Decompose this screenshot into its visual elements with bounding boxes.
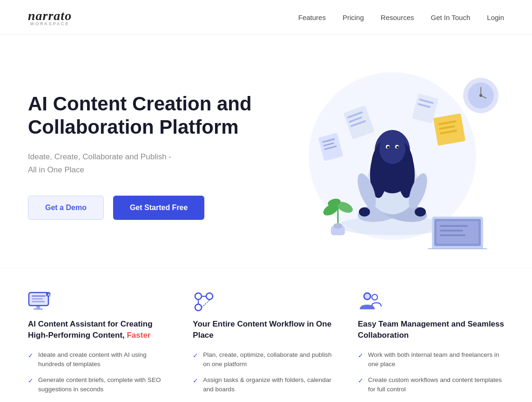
svg-point-41 — [333, 223, 343, 229]
svg-rect-13 — [433, 113, 466, 146]
check-icon: ✓ — [28, 376, 34, 386]
svg-point-66 — [195, 293, 202, 300]
svg-rect-48 — [437, 221, 478, 244]
svg-point-68 — [195, 304, 202, 311]
svg-point-34 — [387, 146, 390, 149]
svg-point-17 — [337, 217, 448, 235]
svg-point-31 — [379, 134, 405, 164]
nav-pricing[interactable]: Pricing — [343, 14, 364, 21]
nav-contact[interactable]: Get In Touch — [431, 14, 471, 21]
svg-rect-61 — [32, 301, 45, 302]
feature-team: Easy Team Management and Seamless Collab… — [358, 292, 504, 402]
hero-left: AI Content Creation and Collaboration Pl… — [28, 92, 261, 220]
check-icon: ✓ — [358, 351, 364, 361]
svg-point-39 — [415, 207, 426, 217]
svg-point-35 — [397, 146, 399, 149]
feature-list-item: ✓ Plan, create, optimize, collaborate an… — [193, 350, 339, 369]
navbar: narrato WORKSPACE Features Pricing Resou… — [0, 0, 532, 35]
hero-illustration — [262, 63, 504, 249]
svg-rect-50 — [440, 230, 463, 232]
logo-sub: WORKSPACE — [30, 21, 70, 26]
team-icon — [358, 292, 382, 310]
feature-list-item: ✓ Generate content briefs, complete with… — [28, 375, 174, 395]
nav-resources[interactable]: Resources — [381, 14, 414, 21]
check-icon: ✓ — [193, 351, 198, 361]
svg-point-67 — [206, 293, 213, 300]
hero-subtitle-line2: All in One Place — [28, 165, 84, 174]
feature-list-item: ✓ Ideate and create content with AI usin… — [28, 350, 174, 369]
workflow-icon — [193, 292, 217, 310]
svg-rect-52 — [427, 248, 488, 249]
svg-point-5 — [479, 94, 482, 97]
svg-rect-63 — [34, 308, 43, 310]
feature-list-item: ✓ Create custom workflows and content te… — [358, 375, 504, 395]
monitor-icon: AI — [28, 292, 52, 310]
svg-rect-51 — [440, 234, 465, 236]
get-started-button[interactable]: Get Started Free — [113, 196, 204, 220]
nav-login[interactable]: Login — [487, 14, 504, 21]
svg-rect-60 — [32, 298, 43, 300]
svg-rect-62 — [36, 306, 40, 308]
svg-point-74 — [372, 294, 377, 300]
check-icon: ✓ — [193, 376, 198, 386]
hero-title: AI Content Creation and Collaboration Pl… — [28, 92, 261, 139]
logo[interactable]: narrato WORKSPACE — [28, 8, 72, 26]
check-icon: ✓ — [28, 351, 34, 361]
hero-subtitle: Ideate, Create, Collaborate and Publish … — [28, 150, 261, 177]
feature-ai-content: AI AI Content Assistant for Creating Hig… — [28, 292, 174, 402]
svg-point-38 — [359, 207, 370, 217]
feature-title-workflow: Your Entire Content Workflow in One Plac… — [193, 319, 339, 341]
feature-title-ai: AI Content Assistant for Creating High-P… — [28, 319, 174, 341]
svg-text:AI: AI — [47, 293, 51, 296]
feature-list-workflow: ✓ Plan, create, optimize, collaborate an… — [193, 350, 339, 402]
svg-rect-49 — [440, 225, 468, 227]
hero-subtitle-line1: Ideate, Create, Collaborate and Publish … — [28, 152, 171, 161]
feature-workflow: Your Entire Content Workflow in One Plac… — [193, 292, 339, 402]
nav-features[interactable]: Features — [298, 14, 326, 21]
feature-list-ai: ✓ Ideate and create content with AI usin… — [28, 350, 174, 402]
feature-list-item: ✓ Assign tasks & organize with folders, … — [193, 375, 339, 395]
check-icon: ✓ — [358, 376, 364, 386]
svg-line-71 — [202, 300, 210, 307]
hero-buttons: Get a Demo Get Started Free — [28, 196, 261, 220]
svg-rect-59 — [32, 295, 46, 297]
demo-button[interactable]: Get a Demo — [28, 196, 104, 220]
hero-illustration-container — [262, 63, 504, 249]
feature-title-team: Easy Team Management and Seamless Collab… — [358, 319, 504, 341]
feature-list-item: ✓ Work with both internal team and freel… — [358, 350, 504, 369]
hero-section: AI Content Creation and Collaboration Pl… — [0, 35, 532, 268]
feature-list-team: ✓ Work with both internal team and freel… — [358, 350, 504, 402]
nav-links: Features Pricing Resources Get In Touch … — [298, 14, 504, 21]
features-section: AI AI Content Assistant for Creating Hig… — [0, 268, 532, 402]
